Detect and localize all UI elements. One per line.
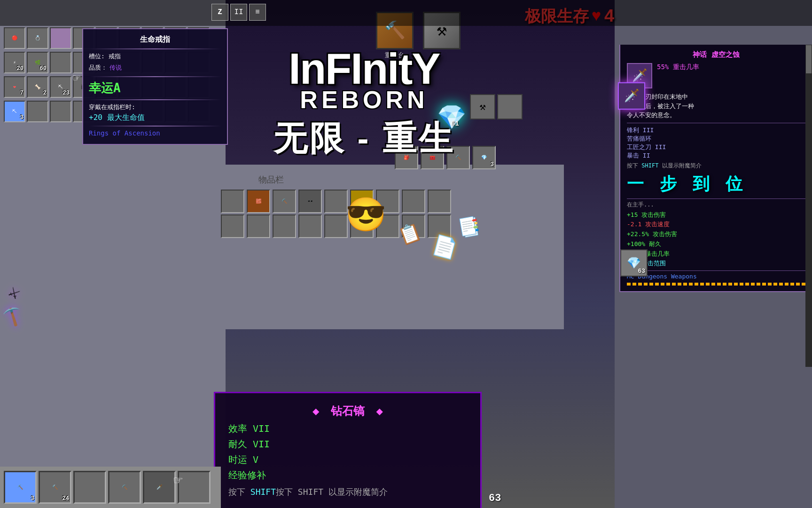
hotbar-slot-5[interactable]: 🗡️ bbox=[143, 471, 176, 504]
tooltip-pickaxe: ◆ 钻石镐 ◆ 效率 VII 耐久 VII 时运 V 经验修补 按下 SHIFT… bbox=[214, 392, 482, 508]
w-stat3: +22.5% 攻击伤害 bbox=[627, 230, 805, 239]
logo-chinese-text: 无限 - 重生 bbox=[211, 116, 517, 161]
cursor-hand: ☞ bbox=[73, 71, 80, 86]
slot-r2-1[interactable]: ⚡20 bbox=[4, 52, 25, 73]
weapon-header: 🗡️ 55% 重击几率 bbox=[627, 63, 805, 88]
right-slot-63[interactable]: 💎 63 bbox=[620, 249, 648, 277]
game-logo: InFInitY REBORN 无限 - 重生 bbox=[211, 47, 517, 161]
pickaxe-title: ◆ 钻石镐 ◆ bbox=[228, 404, 467, 419]
inv2-slot-3[interactable] bbox=[273, 214, 296, 238]
pickaxe-diamond-left: ◆ bbox=[312, 405, 319, 418]
ctrl-z[interactable]: Z bbox=[211, 4, 228, 21]
ring-equip-label: 穿戴在戒指栏时: bbox=[89, 103, 221, 111]
weapon-title: 神话 虚空之蚀 bbox=[627, 50, 805, 59]
hotbar-slot-3[interactable] bbox=[73, 471, 106, 504]
ring-quality-line: 品质： 传说 bbox=[89, 62, 221, 73]
weapon-deco-border bbox=[627, 283, 805, 286]
tooltip-ring: 生命戒指 槽位: 戒指 品质： 传说 幸运A 穿戴在戒指栏时: +20 最大生命… bbox=[82, 28, 228, 145]
weapon-enchants: 锋利 III 苦痛循环 工匠之刀 III 暴击 II bbox=[627, 126, 805, 160]
pickaxe-fortune: 时运 V bbox=[228, 453, 467, 466]
pickaxe-shift: 按下 SHIFT按下 SHIFT 以显示附魔简介 bbox=[228, 486, 467, 498]
w-stat1: +15 攻击伤害 bbox=[627, 210, 805, 220]
weapon-mod: MC Dungeons Weapons bbox=[627, 273, 805, 280]
ring-mod: Rings of Ascension bbox=[89, 129, 221, 137]
top-controls: Z II ≡ bbox=[0, 0, 812, 26]
tooltip-weapon: 神话 虚空之蚀 🗡️ 55% 重击几率 这把刀刃封印在末地中 无数年后，被注入了… bbox=[619, 45, 812, 292]
w-stat2: -2.1 攻击速度 bbox=[627, 220, 805, 230]
slot-r3-2[interactable]: 🦴2 bbox=[27, 76, 48, 98]
slot-r4-2[interactable] bbox=[27, 101, 48, 122]
ctrl-pause[interactable]: II bbox=[230, 4, 247, 21]
scatter-item-3: 📑 bbox=[456, 214, 482, 239]
inv-slot-3[interactable]: ⛏️ bbox=[273, 190, 296, 213]
inv2-slot-4[interactable] bbox=[298, 214, 322, 238]
ring-divider2 bbox=[89, 76, 221, 77]
quality-prefix: 品质： bbox=[89, 64, 107, 72]
inv-slot-9[interactable] bbox=[428, 190, 451, 213]
ring-slot: 槽位: 戒指 bbox=[89, 52, 221, 61]
quality-value: 传说 bbox=[109, 64, 122, 72]
slot-3[interactable] bbox=[50, 27, 71, 49]
w-stat6: 2.6 攻击范围 bbox=[627, 259, 805, 269]
cursor-bottom: ☞ bbox=[174, 472, 182, 489]
slot-r4-1[interactable]: ⛏3 bbox=[4, 101, 25, 122]
shift-suffix: 按下 SHIFT 以显示附魔简介 bbox=[276, 487, 388, 497]
character-sprite: 😎 bbox=[345, 195, 386, 236]
ring-title: 生命戒指 bbox=[89, 35, 221, 45]
weapon-mainhand: 在主手... bbox=[627, 201, 805, 209]
w-stat4: +100% 耐久 bbox=[627, 239, 805, 249]
w-ench3: 工匠之刀 III bbox=[627, 143, 805, 151]
hotbar-slot-1[interactable]: ⛏️3 bbox=[4, 471, 37, 504]
ring-enchant: 幸运A bbox=[89, 80, 221, 96]
pickaxe-dur: 耐久 VII bbox=[228, 438, 467, 451]
inv-slot-1[interactable] bbox=[221, 190, 244, 213]
desc-line2: 无数年后，被注入了一种 bbox=[627, 102, 805, 111]
w-ench4: 暴击 II bbox=[627, 151, 805, 160]
inv2-slot-5[interactable] bbox=[324, 214, 348, 238]
hotbar-slot-2[interactable]: 🔨24 bbox=[39, 471, 71, 504]
weapon-main-stats: +15 攻击伤害 -2.1 攻击速度 +22.5% 攻击伤害 +100% 耐久 … bbox=[627, 210, 805, 269]
hotbar-slot-6[interactable] bbox=[178, 471, 211, 504]
pickaxe-diamond-right: ◆ bbox=[376, 405, 383, 418]
slot-armor-helm[interactable]: 🔴 bbox=[4, 27, 25, 49]
ring-divider3 bbox=[89, 99, 221, 100]
scrollbar-thumb[interactable] bbox=[806, 45, 812, 73]
inv-slot-2[interactable]: 🧱 bbox=[247, 190, 270, 213]
slot-r2-2[interactable]: 🌿60 bbox=[27, 52, 48, 73]
hotbar-slot-4[interactable]: ⛏️ bbox=[108, 471, 141, 504]
inv-slot-5[interactable] bbox=[324, 190, 348, 213]
inv2-slot-2[interactable] bbox=[247, 214, 270, 238]
weapon-equipped-slot[interactable]: 🗡️ bbox=[618, 82, 645, 110]
logo-title: InFInitY bbox=[211, 47, 517, 90]
inventory-label: 物品栏 bbox=[258, 174, 284, 185]
desc-line1: 这把刀刃封印在末地中 bbox=[627, 92, 805, 102]
slot-r2-3[interactable] bbox=[50, 52, 71, 73]
weapon-desc: 这把刀刃封印在末地中 无数年后，被注入了一种 令人不安的意念。 bbox=[627, 92, 805, 120]
slot-r4-3[interactable] bbox=[50, 101, 71, 122]
w-ench2: 苦痛循环 bbox=[627, 135, 805, 143]
ctrl-menu[interactable]: ≡ bbox=[249, 4, 266, 21]
w-ench1: 锋利 III bbox=[627, 126, 805, 135]
inv-slot-4[interactable]: 🕶️ bbox=[298, 190, 322, 213]
bottom-count-63: 63 bbox=[489, 492, 501, 504]
shift-key: SHIFT bbox=[250, 487, 276, 497]
control-buttons[interactable]: Z II ≡ bbox=[211, 4, 266, 21]
weapon-div2 bbox=[627, 198, 805, 199]
count-63: 63 bbox=[638, 268, 645, 275]
desc-line3: 令人不安的意念。 bbox=[627, 111, 805, 120]
inv2-slot-1[interactable] bbox=[221, 214, 244, 238]
logo-subtitle: REBORN bbox=[211, 86, 517, 114]
inv-slot-8[interactable] bbox=[402, 190, 425, 213]
slot-r3-1[interactable]: ❤7 bbox=[4, 76, 25, 98]
ring-divider4 bbox=[89, 126, 221, 127]
ring-divider bbox=[89, 48, 221, 49]
ring-stat1: +20 最大生命值 bbox=[89, 113, 221, 123]
weapon-stats-top: 55% 重击几率 bbox=[657, 63, 699, 71]
right-scrollbar[interactable] bbox=[805, 45, 812, 367]
pickaxe-name: 钻石镐 bbox=[331, 405, 365, 418]
slot-2[interactable]: 💍 bbox=[27, 27, 48, 49]
step-text: 一 步 到 位 bbox=[627, 173, 805, 196]
hotbar: ⛏️3 🔨24 ⛏️ 🗡️ bbox=[0, 467, 221, 508]
slot-r3-3[interactable]: ⛏23 bbox=[50, 76, 71, 98]
weapon-shift: 按下 SHIFT 以显示附魔简介 bbox=[627, 162, 805, 170]
